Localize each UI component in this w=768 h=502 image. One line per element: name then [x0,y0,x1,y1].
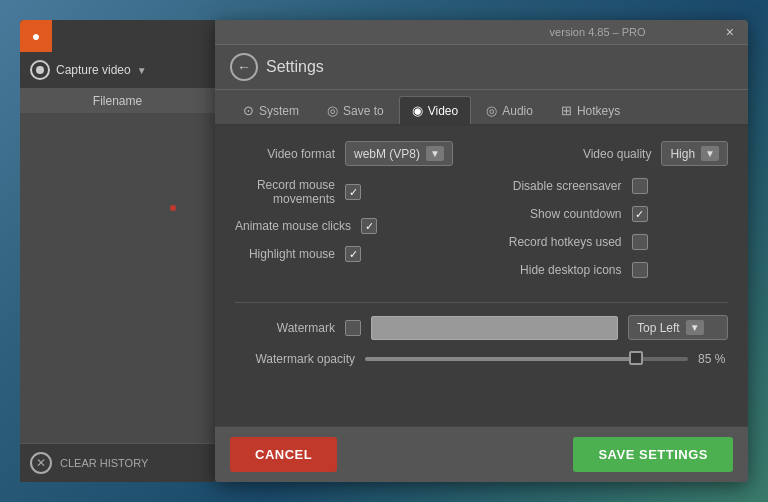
animate-mouse-row: Animate mouse clicks ✓ [235,218,472,234]
tab-hotkeys[interactable]: ⊞ Hotkeys [548,96,633,124]
checkbox-columns: Record mouse movements ✓ Animate mouse c… [235,178,728,290]
watermark-input[interactable] [371,316,618,340]
app-icon: ● [20,20,52,52]
dialog-header: ← Settings [215,45,748,90]
hide-desktop-checkbox[interactable] [632,262,648,278]
filename-header: Filename [20,89,215,113]
opacity-label: Watermark opacity [235,352,355,366]
format-label: Video format [235,147,335,161]
cancel-button[interactable]: CANCEL [230,437,337,472]
record-mouse-checkbox[interactable]: ✓ [345,184,361,200]
opacity-slider-fill [365,357,640,361]
audio-icon: ◎ [486,103,497,118]
disable-screensaver-row: Disable screensaver [492,178,729,194]
format-quality-row: Video format webM (VP8) ▼ Video quality … [235,141,728,166]
format-dropdown-arrow: ▼ [426,146,444,161]
disable-screensaver-label: Disable screensaver [492,179,622,193]
record-mouse-label: Record mouse movements [235,178,335,206]
settings-dialog: version 4.85 – PRO × ← Settings ⊙ System… [215,20,748,482]
animate-mouse-checkbox[interactable]: ✓ [361,218,377,234]
system-icon: ⊙ [243,103,254,118]
watermark-position-value: Top Left [637,321,680,335]
red-dot [170,205,176,211]
opacity-row: Watermark opacity 85 % [235,352,728,366]
highlight-mouse-row: Highlight mouse ✓ [235,246,472,262]
dialog-footer: CANCEL SAVE SETTINGS [215,426,748,482]
capture-label: Capture video [56,63,131,77]
saveto-icon: ◎ [327,103,338,118]
watermark-label: Watermark [235,321,335,335]
record-mouse-row: Record mouse movements ✓ [235,178,472,206]
divider [235,302,728,303]
tab-system-label: System [259,104,299,118]
close-button[interactable]: × [722,24,738,40]
back-button[interactable]: ← [230,53,258,81]
show-countdown-checkbox[interactable]: ✓ [632,206,648,222]
version-text: version 4.85 – PRO [473,26,721,38]
watermark-position-dropdown[interactable]: Top Left ▼ [628,315,728,340]
quality-value: High [670,147,695,161]
clear-history-button[interactable]: CLEAR HISTORY [60,457,148,469]
opacity-slider[interactable] [365,357,688,361]
capture-bar: Capture video ▼ [20,52,215,89]
video-icon: ◉ [412,103,423,118]
left-checkbox-col: Record mouse movements ✓ Animate mouse c… [235,178,472,274]
quality-dropdown[interactable]: High ▼ [661,141,728,166]
show-countdown-label: Show countdown [492,207,622,221]
back-icon: ← [237,59,251,75]
quality-dropdown-arrow: ▼ [701,146,719,161]
sidebar-file-list [20,113,215,443]
record-hotkeys-checkbox[interactable] [632,234,648,250]
format-value: webM (VP8) [354,147,420,161]
capture-dropdown-arrow[interactable]: ▼ [137,65,147,76]
tab-saveto-label: Save to [343,104,384,118]
watermark-row: Watermark Top Left ▼ [235,315,728,340]
x-icon: ✕ [36,456,46,470]
tabs-bar: ⊙ System ◎ Save to ◉ Video ◎ Audio ⊞ Hot… [215,90,748,126]
clear-icon[interactable]: ✕ [30,452,52,474]
dialog-titlebar: version 4.85 – PRO × [215,20,748,45]
opacity-value: 85 % [698,352,728,366]
hotkeys-icon: ⊞ [561,103,572,118]
hide-desktop-label: Hide desktop icons [492,263,622,277]
tab-video-label: Video [428,104,458,118]
format-dropdown[interactable]: webM (VP8) ▼ [345,141,453,166]
save-settings-button[interactable]: SAVE SETTINGS [573,437,733,472]
highlight-mouse-checkbox[interactable]: ✓ [345,246,361,262]
tab-audio[interactable]: ◎ Audio [473,96,546,124]
quality-label: Video quality [521,147,651,161]
sidebar: ● Capture video ▼ Filename ✕ CLEAR HISTO… [20,20,215,482]
hide-desktop-row: Hide desktop icons [492,262,729,278]
record-hotkeys-label: Record hotkeys used [492,235,622,249]
tab-video[interactable]: ◉ Video [399,96,471,124]
tab-system[interactable]: ⊙ System [230,96,312,124]
highlight-mouse-label: Highlight mouse [235,247,335,261]
opacity-slider-thumb[interactable] [629,351,643,365]
watermark-checkbox[interactable] [345,320,361,336]
disable-screensaver-checkbox[interactable] [632,178,648,194]
animate-mouse-label: Animate mouse clicks [235,219,351,233]
capture-icon [30,60,50,80]
tab-audio-label: Audio [502,104,533,118]
right-checkbox-col: Disable screensaver Show countdown ✓ Rec… [492,178,729,290]
position-dropdown-arrow: ▼ [686,320,704,335]
record-hotkeys-row: Record hotkeys used [492,234,729,250]
show-countdown-row: Show countdown ✓ [492,206,729,222]
tab-save-to[interactable]: ◎ Save to [314,96,397,124]
tab-hotkeys-label: Hotkeys [577,104,620,118]
sidebar-bottom-bar: ✕ CLEAR HISTORY [20,443,215,482]
dialog-title: Settings [266,58,324,76]
dialog-content: Video format webM (VP8) ▼ Video quality … [215,126,748,426]
